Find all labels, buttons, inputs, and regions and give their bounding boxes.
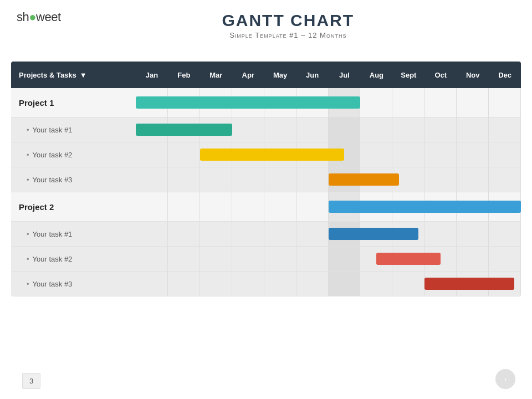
sub-title: Simple Template #1 – 12 Months xyxy=(61,31,515,39)
main-title: Gantt Chart xyxy=(61,11,515,30)
project-row-1: Project 1 xyxy=(11,88,521,117)
gantt-bar xyxy=(329,201,521,213)
logo: sh●weet xyxy=(17,10,61,24)
project-label-1: Project 1 xyxy=(11,98,136,108)
month-header-nov: Nov xyxy=(457,71,489,79)
bar-area xyxy=(136,142,521,167)
bar-area xyxy=(136,88,521,117)
bar-area xyxy=(136,222,521,246)
project-row-2: Project 2 xyxy=(11,192,521,222)
task-row-p1-t3: Your task #3 xyxy=(11,167,521,192)
task-label-p2-t3: Your task #3 xyxy=(11,280,136,288)
gantt-chart: Projects & Tasks ▼ JanFebMarAprMayJunJul… xyxy=(11,62,521,296)
header-label-col: Projects & Tasks ▼ xyxy=(11,71,136,79)
bar-area xyxy=(136,247,521,271)
month-header-mar: Mar xyxy=(200,71,232,79)
task-row-p1-t1: Your task #1 xyxy=(11,117,521,142)
bar-area xyxy=(136,167,521,192)
project-label-2: Project 2 xyxy=(11,202,136,212)
task-label-p2-t1: Your task #1 xyxy=(11,230,136,238)
gantt-bar xyxy=(424,278,514,290)
bar-area xyxy=(136,117,521,142)
month-header-sept: Sept xyxy=(392,71,424,79)
month-header-feb: Feb xyxy=(168,71,200,79)
month-header-oct: Oct xyxy=(424,71,457,79)
filter-icon[interactable]: ▼ xyxy=(80,71,87,79)
scroll-hint-icon: › xyxy=(495,369,515,389)
task-row-p2-t1: Your task #1 xyxy=(11,222,521,247)
bar-area xyxy=(136,192,521,221)
task-row-p2-t3: Your task #3 xyxy=(11,272,521,296)
task-row-p2-t2: Your task #2 xyxy=(11,247,521,272)
gantt-bar xyxy=(136,96,360,109)
month-header-aug: Aug xyxy=(360,71,392,79)
gantt-bar xyxy=(329,173,399,186)
months-row: JanFebMarAprMayJunJulAugSeptOctNovDec xyxy=(136,71,521,79)
title-area: Gantt Chart Simple Template #1 – 12 Mont… xyxy=(61,10,515,39)
month-header-jun: Jun xyxy=(296,71,329,79)
task-row-p1-t2: Your task #2 xyxy=(11,142,521,167)
month-header-jan: Jan xyxy=(136,71,168,79)
page-header: sh●weet Gantt Chart Simple Template #1 –… xyxy=(0,0,532,45)
gantt-bar xyxy=(200,149,345,161)
chart-body: Project 1Your task #1Your task #2Your ta… xyxy=(11,88,521,296)
projects-tasks-label: Projects & Tasks xyxy=(19,71,76,79)
page-number: 3 xyxy=(22,373,40,389)
logo-text: sh●weet xyxy=(17,10,61,24)
chart-header: Projects & Tasks ▼ JanFebMarAprMayJunJul… xyxy=(11,62,521,88)
gantt-bar xyxy=(136,124,232,136)
gantt-bar xyxy=(329,228,418,240)
task-label-p1-t3: Your task #3 xyxy=(11,176,136,184)
month-header-apr: Apr xyxy=(232,71,264,79)
task-label-p1-t1: Your task #1 xyxy=(11,126,136,134)
month-header-may: May xyxy=(264,71,296,79)
month-header-jul: Jul xyxy=(329,71,361,79)
gantt-bar xyxy=(376,253,441,265)
month-header-dec: Dec xyxy=(489,71,521,79)
task-label-p2-t2: Your task #2 xyxy=(11,255,136,263)
task-label-p1-t2: Your task #2 xyxy=(11,151,136,159)
bar-area xyxy=(136,272,521,296)
